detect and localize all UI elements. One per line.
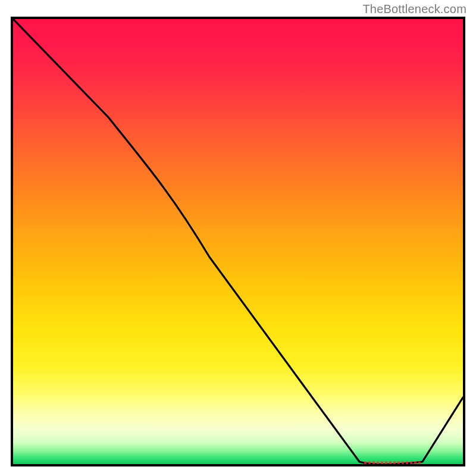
chart-area	[11, 17, 465, 466]
bottleneck-curve	[13, 19, 463, 464]
watermark-label: TheBottleneck.com	[362, 2, 466, 16]
curve-path	[13, 19, 463, 464]
